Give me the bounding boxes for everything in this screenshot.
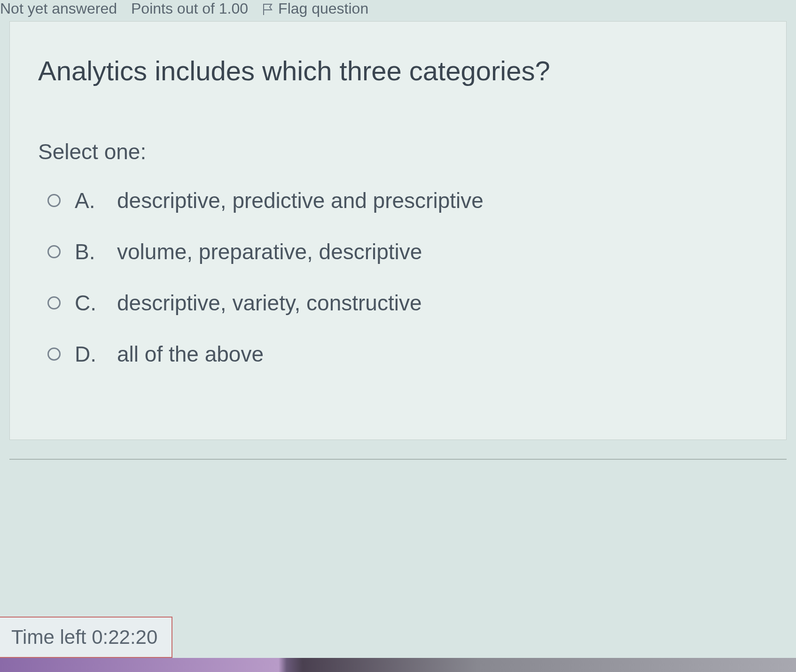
flag-label: Flag question [278,0,368,17]
option-text: all of the above [117,341,758,367]
option-letter: B. [75,239,98,264]
question-title: Analytics includes which three categorie… [38,54,758,87]
radio-b[interactable] [47,245,61,258]
option-text: volume, preparative, descriptive [117,239,758,264]
option-a[interactable]: A. descriptive, predictive and prescript… [47,188,758,213]
option-letter: A. [75,188,98,213]
option-text: descriptive, variety, constructive [117,290,758,316]
bottom-decorative-strip [0,658,796,672]
timer-label: Time left 0:22:20 [11,626,157,648]
options-list: A. descriptive, predictive and prescript… [38,188,758,367]
option-d[interactable]: D. all of the above [47,341,758,367]
timer-box: Time left 0:22:20 [0,617,172,658]
radio-d[interactable] [47,348,61,361]
answer-status: Not yet answered [0,0,117,17]
flag-icon [262,2,273,15]
select-one-label: Select one: [38,139,758,164]
radio-c[interactable] [47,296,61,309]
option-letter: D. [75,341,98,367]
option-b[interactable]: B. volume, preparative, descriptive [47,239,758,264]
option-c[interactable]: C. descriptive, variety, constructive [47,290,758,316]
flag-question-link[interactable]: Flag question [262,0,368,17]
question-card: Analytics includes which three categorie… [9,21,787,440]
points-label: Points out of 1.00 [131,0,248,17]
option-text: descriptive, predictive and prescriptive [117,188,758,213]
question-meta-bar: Not yet answered Points out of 1.00 Flag… [0,0,796,21]
section-divider [9,459,787,460]
radio-a[interactable] [47,194,61,207]
option-letter: C. [75,290,98,316]
